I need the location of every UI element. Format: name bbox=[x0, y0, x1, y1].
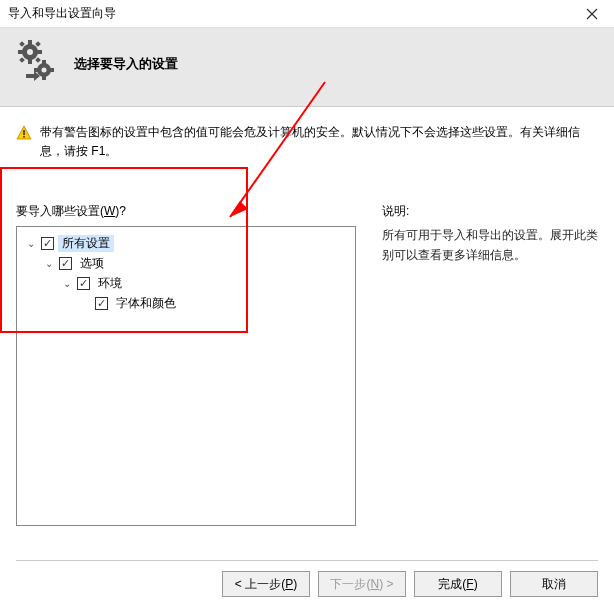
svg-rect-8 bbox=[19, 41, 25, 47]
checkbox[interactable] bbox=[59, 257, 72, 270]
finish-button[interactable]: 完成(F) bbox=[414, 571, 502, 597]
svg-point-3 bbox=[27, 49, 33, 55]
description-title: 说明: bbox=[382, 203, 598, 220]
tree-item-label: 字体和颜色 bbox=[112, 295, 180, 312]
description-body: 所有可用于导入和导出的设置。展开此类别可以查看更多详细信息。 bbox=[382, 226, 598, 264]
description-panel: 说明: 所有可用于导入和导出的设置。展开此类别可以查看更多详细信息。 bbox=[376, 203, 598, 526]
button-bar: < 上一步(P) 下一步(N) > 完成(F) 取消 bbox=[16, 560, 598, 597]
tree-item[interactable]: ⌄环境 bbox=[21, 273, 351, 293]
svg-rect-14 bbox=[42, 60, 46, 64]
svg-rect-16 bbox=[34, 68, 38, 72]
tree-item-label: 环境 bbox=[94, 275, 126, 292]
checkbox[interactable] bbox=[41, 237, 54, 250]
tree-item[interactable]: ⌄所有设置 bbox=[21, 233, 351, 253]
prompt-mnemonic: W bbox=[104, 204, 115, 218]
settings-tree[interactable]: ⌄所有设置⌄选项⌄环境字体和颜色 bbox=[16, 226, 356, 526]
tree-item[interactable]: ⌄选项 bbox=[21, 253, 351, 273]
checkbox[interactable] bbox=[95, 297, 108, 310]
close-button[interactable] bbox=[578, 2, 606, 26]
warning-icon bbox=[16, 125, 32, 141]
wizard-header: 选择要导入的设置 bbox=[0, 28, 614, 107]
settings-tree-panel: 要导入哪些设置(W)? ⌄所有设置⌄选项⌄环境字体和颜色 bbox=[16, 203, 356, 526]
tree-item-label: 选项 bbox=[76, 255, 108, 272]
gears-icon bbox=[12, 38, 60, 86]
title-bar: 导入和导出设置向导 bbox=[0, 0, 614, 28]
svg-rect-4 bbox=[28, 40, 32, 45]
expander-icon[interactable]: ⌄ bbox=[43, 257, 55, 269]
prompt-prefix: 要导入哪些设置( bbox=[16, 204, 104, 218]
close-icon bbox=[586, 8, 598, 20]
svg-rect-9 bbox=[35, 41, 41, 47]
prompt-suffix: )? bbox=[115, 204, 126, 218]
window-title: 导入和导出设置向导 bbox=[8, 5, 578, 22]
svg-rect-11 bbox=[35, 57, 41, 63]
warning-text: 带有警告图标的设置中包含的值可能会危及计算机的安全。默认情况下不会选择这些设置。… bbox=[40, 123, 598, 161]
tree-item[interactable]: 字体和颜色 bbox=[21, 293, 351, 313]
warning-bar: 带有警告图标的设置中包含的值可能会危及计算机的安全。默认情况下不会选择这些设置。… bbox=[0, 107, 614, 173]
svg-rect-19 bbox=[23, 136, 25, 138]
header-title: 选择要导入的设置 bbox=[74, 55, 178, 73]
prompt-label: 要导入哪些设置(W)? bbox=[16, 203, 356, 220]
checkbox[interactable] bbox=[77, 277, 90, 290]
expander-icon[interactable]: ⌄ bbox=[25, 237, 37, 249]
tree-item-label: 所有设置 bbox=[58, 235, 114, 252]
main-content: 要导入哪些设置(W)? ⌄所有设置⌄选项⌄环境字体和颜色 说明: 所有可用于导入… bbox=[0, 173, 614, 526]
svg-rect-7 bbox=[37, 50, 42, 54]
svg-rect-6 bbox=[18, 50, 23, 54]
svg-point-13 bbox=[42, 68, 47, 73]
expander-icon[interactable]: ⌄ bbox=[61, 277, 73, 289]
svg-rect-18 bbox=[23, 130, 25, 135]
next-button: 下一步(N) > bbox=[318, 571, 406, 597]
svg-rect-5 bbox=[28, 59, 32, 64]
expander-placeholder bbox=[79, 297, 91, 309]
svg-rect-10 bbox=[19, 57, 25, 63]
svg-rect-17 bbox=[50, 68, 54, 72]
cancel-button[interactable]: 取消 bbox=[510, 571, 598, 597]
prev-button[interactable]: < 上一步(P) bbox=[222, 571, 310, 597]
svg-rect-15 bbox=[42, 76, 46, 80]
